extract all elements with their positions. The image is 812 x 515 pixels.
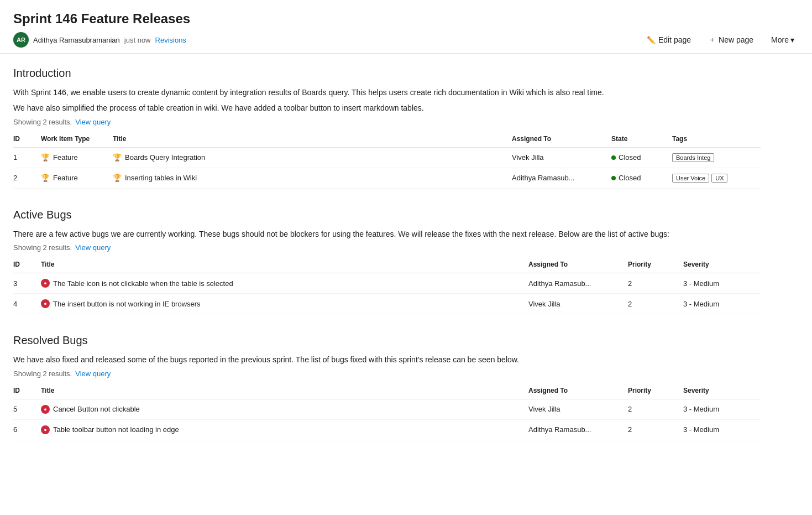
cell-tags: User VoiceUX bbox=[672, 168, 761, 188]
resolved-bugs-table-header: ID Title Assigned To Priority Severity bbox=[13, 382, 761, 399]
col-header-assigned: Assigned To bbox=[512, 131, 611, 148]
cell-priority: 2 bbox=[628, 294, 683, 314]
feature-icon: 🏆 bbox=[41, 153, 50, 162]
feature-icon-title: 🏆 bbox=[113, 153, 122, 162]
col-header-priority-resolved: Priority bbox=[628, 382, 683, 399]
avatar: AR bbox=[13, 32, 29, 48]
table-row: 2🏆Feature🏆Inserting tables in WikiAdithy… bbox=[13, 168, 761, 188]
resolved-bugs-section: Resolved Bugs We have also fixed and rel… bbox=[13, 334, 761, 440]
cell-state: Closed bbox=[611, 168, 672, 188]
col-header-severity-resolved: Severity bbox=[683, 382, 761, 399]
cell-title: ●Table toolbar button not loading in edg… bbox=[41, 419, 528, 440]
cell-title: 🏆Boards Query Integration bbox=[113, 147, 512, 168]
introduction-para-1: With Sprint 146, we enable users to crea… bbox=[13, 86, 761, 98]
resolved-bugs-para: We have also fixed and released some of … bbox=[13, 353, 761, 366]
active-bugs-table: ID Title Assigned To Priority Severity 3… bbox=[13, 256, 761, 314]
active-bugs-view-query-link[interactable]: View query bbox=[75, 243, 111, 252]
col-header-severity-bugs: Severity bbox=[683, 256, 761, 273]
introduction-section: Introduction With Sprint 146, we enable … bbox=[13, 67, 761, 189]
chevron-down-icon: ▾ bbox=[790, 35, 794, 44]
col-header-tags: Tags bbox=[672, 131, 761, 148]
bug-icon: ● bbox=[41, 279, 50, 288]
col-header-id-resolved: ID bbox=[13, 382, 41, 399]
meta-left: AR Adithya Ramasubramanian just now Revi… bbox=[13, 32, 186, 48]
col-header-priority-bugs: Priority bbox=[628, 256, 683, 273]
col-header-state: State bbox=[611, 131, 672, 148]
active-bugs-results-text: Showing 2 results. bbox=[13, 243, 72, 252]
cell-id: 2 bbox=[13, 168, 41, 188]
introduction-heading: Introduction bbox=[13, 67, 761, 80]
cell-assigned: Adithya Ramasub... bbox=[528, 273, 628, 294]
meta-right: ✏️ Edit page ＋ New page More ▾ bbox=[642, 33, 799, 47]
cell-assigned: Vivek Jilla bbox=[528, 294, 628, 314]
cell-severity: 3 - Medium bbox=[683, 294, 761, 314]
resolved-bugs-table: ID Title Assigned To Priority Severity 5… bbox=[13, 382, 761, 440]
table-row: 6●Table toolbar button not loading in ed… bbox=[13, 419, 761, 440]
cell-type: 🏆Feature bbox=[41, 168, 113, 188]
cell-id: 5 bbox=[13, 399, 41, 419]
introduction-results-bar: Showing 2 results. View query bbox=[13, 118, 761, 126]
col-header-assigned-bugs: Assigned To bbox=[528, 256, 628, 273]
table-row: 3●The Table icon is not clickable when t… bbox=[13, 273, 761, 294]
col-header-type: Work Item Type bbox=[41, 131, 113, 148]
active-bugs-section: Active Bugs There are a few active bugs … bbox=[13, 209, 761, 314]
introduction-para-2: We have also simplified the process of t… bbox=[13, 102, 761, 114]
more-button[interactable]: More ▾ bbox=[767, 33, 799, 46]
col-header-title-resolved: Title bbox=[41, 382, 528, 399]
state-dot bbox=[611, 176, 616, 180]
plus-icon: ＋ bbox=[709, 35, 716, 45]
meta-bar: AR Adithya Ramasubramanian just now Revi… bbox=[13, 32, 799, 53]
table-row: 1🏆Feature🏆Boards Query IntegrationVivek … bbox=[13, 147, 761, 168]
active-bugs-results-bar: Showing 2 results. View query bbox=[13, 243, 761, 252]
cell-priority: 2 bbox=[628, 419, 683, 440]
tag-badge: Boards Integ bbox=[672, 153, 714, 162]
cell-priority: 2 bbox=[628, 399, 683, 419]
page-header: Sprint 146 Feature Releases AR Adithya R… bbox=[0, 0, 812, 54]
col-header-title-bugs: Title bbox=[41, 256, 528, 273]
cell-id: 6 bbox=[13, 419, 41, 440]
tag-badge: UX bbox=[711, 174, 727, 183]
page-content: Introduction With Sprint 146, we enable … bbox=[0, 54, 774, 482]
cell-severity: 3 - Medium bbox=[683, 419, 761, 440]
introduction-table-header: ID Work Item Type Title Assigned To Stat… bbox=[13, 131, 761, 148]
author-name: Adithya Ramasubramanian bbox=[33, 36, 120, 44]
state-dot bbox=[611, 155, 616, 160]
cell-state: Closed bbox=[611, 147, 672, 168]
introduction-view-query-link[interactable]: View query bbox=[75, 118, 111, 126]
bug-icon: ● bbox=[41, 405, 50, 414]
table-row: 5●Cancel Button not clickableVivek Jilla… bbox=[13, 399, 761, 419]
cell-priority: 2 bbox=[628, 273, 683, 294]
cell-type: 🏆Feature bbox=[41, 147, 113, 168]
cell-title: ●The insert button is not working in IE … bbox=[41, 294, 528, 314]
new-page-button[interactable]: ＋ New page bbox=[704, 33, 758, 47]
cell-severity: 3 - Medium bbox=[683, 399, 761, 419]
cell-assigned: Adithya Ramasub... bbox=[512, 168, 611, 188]
cell-tags: Boards Integ bbox=[672, 147, 761, 168]
resolved-bugs-results-text: Showing 2 results. bbox=[13, 370, 72, 378]
cell-assigned: Vivek Jilla bbox=[528, 399, 628, 419]
cell-id: 3 bbox=[13, 273, 41, 294]
resolved-bugs-view-query-link[interactable]: View query bbox=[75, 370, 111, 378]
tag-badge: User Voice bbox=[672, 174, 709, 183]
active-bugs-table-header: ID Title Assigned To Priority Severity bbox=[13, 256, 761, 273]
col-header-assigned-resolved: Assigned To bbox=[528, 382, 628, 399]
active-bugs-para: There are a few active bugs we are curre… bbox=[13, 228, 761, 240]
pencil-icon: ✏️ bbox=[647, 36, 656, 44]
resolved-bugs-heading: Resolved Bugs bbox=[13, 334, 761, 347]
timestamp: just now bbox=[124, 36, 151, 44]
cell-severity: 3 - Medium bbox=[683, 273, 761, 294]
edit-page-button[interactable]: ✏️ Edit page bbox=[642, 33, 695, 46]
table-row: 4●The insert button is not working in IE… bbox=[13, 294, 761, 314]
page-title: Sprint 146 Feature Releases bbox=[13, 11, 799, 27]
cell-assigned: Adithya Ramasub... bbox=[528, 419, 628, 440]
resolved-bugs-results-bar: Showing 2 results. View query bbox=[13, 370, 761, 378]
cell-id: 1 bbox=[13, 147, 41, 168]
bug-icon: ● bbox=[41, 299, 50, 308]
cell-title: 🏆Inserting tables in Wiki bbox=[113, 168, 512, 188]
cell-title: ●The Table icon is not clickable when th… bbox=[41, 273, 528, 294]
revisions-link[interactable]: Revisions bbox=[155, 36, 186, 44]
cell-id: 4 bbox=[13, 294, 41, 314]
introduction-results-text: Showing 2 results. bbox=[13, 118, 72, 126]
col-header-title: Title bbox=[113, 131, 512, 148]
feature-icon: 🏆 bbox=[41, 174, 50, 182]
